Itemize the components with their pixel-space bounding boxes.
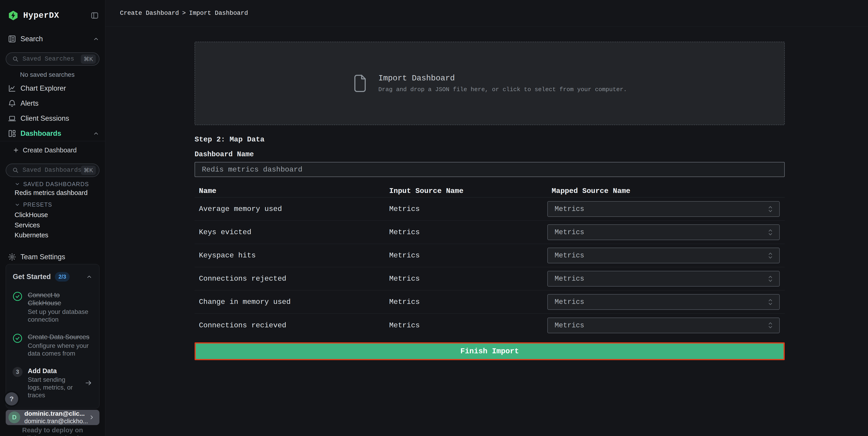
breadcrumb-create-dashboard[interactable]: Create Dashboard: [120, 10, 179, 17]
section-presets[interactable]: PRESETS: [14, 201, 105, 208]
shortcut-badge: ⌘K: [81, 54, 96, 64]
progress-badge: 2/3: [55, 272, 70, 282]
cell-name: Change in memory used: [194, 298, 385, 306]
logo-row: HyperDX: [8, 9, 99, 22]
finish-import-button[interactable]: Finish Import: [194, 342, 785, 360]
mapped-source-select[interactable]: Metrics: [547, 201, 780, 217]
chevron-up-icon: [93, 130, 99, 137]
cell-input-source: Metrics: [385, 228, 547, 236]
select-value: Metrics: [555, 321, 584, 329]
shortcut-badge: ⌘K: [81, 166, 96, 175]
preset-item-kubernetes[interactable]: Kubernetes: [0, 230, 105, 240]
get-started-step-connect[interactable]: Connect to ClickHouse Set up your databa…: [12, 291, 92, 323]
cell-input-source: Metrics: [385, 251, 547, 260]
saved-searches-input[interactable]: [23, 56, 81, 62]
select-chevrons-icon: [767, 275, 774, 283]
select-chevrons-icon: [767, 205, 774, 213]
section-label: SAVED DASHBOARDS: [23, 181, 89, 187]
chevron-right-icon: [89, 414, 95, 420]
step-desc: Set up your database connection: [28, 308, 92, 323]
user-menu[interactable]: D dominic.tran@clic... dominic.tran@clic…: [6, 410, 99, 425]
table-header-row: Name Input Source Name Mapped Source Nam…: [194, 185, 785, 198]
promo-line-2: ClickHouse Cloud?: [0, 434, 105, 436]
breadcrumb-separator: >: [182, 10, 186, 17]
chart-explorer-icon: [8, 84, 17, 93]
breadcrumb-import-dashboard[interactable]: Import Dashboard: [189, 10, 248, 17]
gear-icon: [8, 253, 17, 261]
hyperdx-logo-icon: [8, 10, 19, 21]
cloud-promo-text: Ready to deploy on ClickHouse Cloud?: [0, 426, 105, 436]
cell-input-source: Metrics: [385, 298, 547, 306]
sidebar-item-search[interactable]: Search: [8, 33, 99, 45]
get-started-step-add-data[interactable]: 3 Add Data Start sending logs, metrics, …: [12, 367, 92, 399]
sidebar-item-dashboards[interactable]: Dashboards: [0, 126, 105, 141]
chevron-down-icon: [14, 181, 20, 187]
get-started-step-sources[interactable]: Create Data Sources Configure where your…: [12, 333, 92, 357]
search-icon: [12, 167, 19, 174]
table-row: Average memory used Metrics Metrics: [194, 198, 785, 221]
divider: [0, 141, 105, 141]
sidebar-item-label: Search: [21, 35, 43, 43]
sidebar-item-alerts[interactable]: Alerts: [0, 96, 105, 111]
get-started-header[interactable]: Get Started 2/3: [6, 264, 99, 282]
dashboard-name-input[interactable]: [194, 162, 785, 177]
saved-dashboards-input[interactable]: [23, 167, 81, 174]
cell-input-source: Metrics: [385, 205, 547, 213]
table-row: Connections recieved Metrics Metrics: [194, 314, 785, 337]
sidebar-item-client-sessions[interactable]: Client Sessions: [0, 111, 105, 126]
select-value: Metrics: [555, 205, 584, 213]
sidebar-item-label: Alerts: [21, 99, 38, 108]
sidebar-item-label: Chart Explorer: [21, 84, 66, 92]
preset-item-clickhouse[interactable]: ClickHouse: [0, 210, 105, 220]
table-row: Connections rejected Metrics Metrics: [194, 267, 785, 290]
step-title: Create Data Sources: [28, 333, 92, 341]
mapped-source-select[interactable]: Metrics: [547, 318, 780, 333]
dropzone-title: Import Dashboard: [378, 74, 627, 83]
column-header-input-source: Input Source Name: [385, 187, 547, 195]
select-chevrons-icon: [767, 252, 774, 259]
promo-line-1: Ready to deploy on: [0, 426, 105, 434]
help-button[interactable]: ?: [5, 392, 18, 405]
file-icon: [352, 74, 368, 93]
mapped-source-select[interactable]: Metrics: [547, 248, 780, 263]
step-title: Add Data: [28, 367, 80, 375]
mapped-source-select[interactable]: Metrics: [547, 294, 780, 310]
sidebar-item-chart-explorer[interactable]: Chart Explorer: [0, 81, 105, 96]
select-chevrons-icon: [767, 321, 774, 329]
select-value: Metrics: [555, 252, 584, 259]
step-desc: Start sending logs, metrics, or traces: [28, 376, 80, 399]
select-value: Metrics: [555, 275, 584, 283]
chevron-up-icon: [86, 273, 92, 280]
mapping-table: Name Input Source Name Mapped Source Nam…: [194, 185, 785, 337]
cell-name: Connections rejected: [194, 274, 385, 283]
sidebar-item-label: Team Settings: [21, 253, 65, 261]
chevron-down-icon: [14, 202, 20, 207]
saved-searches-search[interactable]: ⌘K: [6, 52, 99, 66]
saved-dashboards-search[interactable]: ⌘K: [6, 164, 99, 177]
preset-item-services[interactable]: Services: [0, 220, 105, 230]
sidebar-item-team-settings[interactable]: Team Settings: [0, 250, 105, 264]
cell-name: Keys evicted: [194, 228, 385, 236]
panel-left-icon: [90, 11, 99, 20]
laptop-icon: [8, 114, 17, 123]
create-dashboard-button[interactable]: Create Dashboard: [0, 144, 105, 156]
collapse-sidebar-button[interactable]: [90, 11, 99, 20]
cell-name: Average memory used: [194, 205, 385, 213]
check-circle-icon: [12, 291, 23, 301]
plus-icon: [13, 147, 19, 153]
saved-dashboard-item[interactable]: Redis metrics dashboard: [0, 188, 105, 198]
mapped-source-select[interactable]: Metrics: [547, 224, 780, 240]
import-dropzone[interactable]: Import Dashboard Drag and drop a JSON fi…: [194, 42, 785, 125]
dashboards-icon: [8, 129, 17, 138]
create-dashboard-label: Create Dashboard: [23, 146, 77, 154]
get-started-card: Get Started 2/3 Connect to ClickHouse Se…: [6, 264, 99, 408]
cell-input-source: Metrics: [385, 321, 547, 330]
main-area: Create Dashboard > Import Dashboard Impo…: [105, 0, 868, 436]
section-saved-dashboards[interactable]: SAVED DASHBOARDS: [14, 181, 105, 188]
step-title: Connect to ClickHouse: [28, 291, 92, 307]
topbar: Create Dashboard > Import Dashboard: [105, 0, 868, 27]
cell-input-source: Metrics: [385, 274, 547, 283]
mapped-source-select[interactable]: Metrics: [547, 271, 780, 287]
search-icon: [12, 56, 19, 62]
dropzone-subtitle: Drag and drop a JSON file here, or click…: [378, 86, 627, 93]
